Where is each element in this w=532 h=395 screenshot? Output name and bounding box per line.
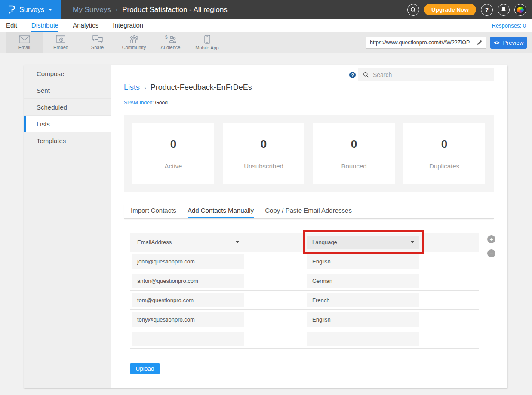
- breadcrumb: My Surveys › Product Satisfaction - All …: [73, 0, 228, 19]
- mobile-app-icon: [204, 35, 210, 44]
- stat-label: Duplicates: [429, 162, 459, 170]
- language-input[interactable]: [307, 312, 419, 327]
- sidebar-item-lists[interactable]: Lists: [24, 116, 111, 132]
- manual-contacts-table: EmailAddress Language: [130, 233, 479, 349]
- sidebar-item-compose[interactable]: Compose: [24, 65, 111, 82]
- stat-value: 0: [441, 138, 447, 151]
- nav-analytics[interactable]: Analytics: [73, 19, 98, 32]
- stat-card-duplicates: 0 Duplicates: [403, 123, 485, 184]
- list-stats-panel: 0 Active 0 Unsubscribed 0 Bounced 0 Dupl…: [124, 115, 494, 192]
- edit-url-button[interactable]: [475, 40, 483, 46]
- list-name: Product-Feedback-EnFrDeEs: [151, 83, 252, 92]
- divider: [418, 156, 470, 156]
- chevron-down-icon: [48, 9, 52, 11]
- stat-value: 0: [351, 138, 357, 151]
- product-name: Surveys: [19, 6, 44, 14]
- list-search-box: [358, 68, 494, 81]
- tab-copy-paste-email-addresses[interactable]: Copy / Paste Email Addresses: [265, 204, 352, 218]
- sidebar-item-sent[interactable]: Sent: [24, 82, 111, 99]
- eye-icon: [493, 40, 500, 45]
- channel-mobile-app[interactable]: Mobile App: [189, 32, 225, 53]
- email-lists-card: Compose Sent Scheduled Lists Templates ?…: [24, 65, 507, 388]
- stat-card-unsubscribed: 0 Unsubscribed: [223, 123, 304, 184]
- user-avatar[interactable]: [514, 4, 526, 16]
- stat-card-active: 0 Active: [132, 123, 214, 184]
- product-switcher[interactable]: Surveys: [0, 0, 61, 19]
- help-button[interactable]: ?: [481, 4, 493, 16]
- sidebar-item-scheduled[interactable]: Scheduled: [24, 99, 111, 116]
- stat-value: 0: [170, 138, 176, 151]
- svg-text:$: $: [165, 35, 168, 40]
- divider: [238, 156, 289, 156]
- add-column-button[interactable]: +: [487, 235, 495, 243]
- search-button[interactable]: [407, 4, 419, 16]
- share-icon: [92, 35, 103, 43]
- contact-row: [130, 252, 479, 271]
- audience-icon: $: [165, 35, 176, 43]
- email-icon: [19, 35, 30, 43]
- nav-distribute[interactable]: Distribute: [31, 19, 58, 32]
- divider: [148, 156, 199, 156]
- contact-row: [130, 329, 479, 349]
- search-icon: [363, 72, 369, 78]
- preview-button[interactable]: Preview: [490, 37, 527, 49]
- distribute-toolbar: Email Embed Share Community $ Audience: [0, 32, 532, 53]
- email-sidebar: Compose Sent Scheduled Lists Templates: [24, 65, 111, 388]
- lists-main-panel: ? Lists › Product-Feedback-EnFrDeEs SPAM…: [111, 65, 507, 388]
- survey-url-input[interactable]: [370, 40, 475, 46]
- stat-label: Bounced: [341, 162, 366, 170]
- pencil-icon: [477, 40, 483, 46]
- tab-add-contacts-manually[interactable]: Add Contacts Manually: [188, 204, 254, 218]
- responses-count[interactable]: Responses: 0: [492, 22, 526, 29]
- header-actions: Upgrade Now ?: [407, 0, 526, 19]
- notifications-button[interactable]: [498, 4, 510, 16]
- embed-icon: [56, 35, 66, 43]
- tab-import-contacts[interactable]: Import Contacts: [131, 204, 176, 218]
- email-column-select[interactable]: EmailAddress: [132, 235, 244, 249]
- remove-column-button[interactable]: −: [487, 249, 495, 257]
- contact-row: [130, 310, 479, 329]
- chevron-down-icon: [411, 241, 414, 243]
- community-icon: [129, 35, 140, 43]
- upgrade-now-button[interactable]: Upgrade Now: [424, 4, 476, 15]
- stat-card-bounced: 0 Bounced: [313, 123, 395, 184]
- spam-index: SPAM Index: Good: [124, 100, 168, 106]
- survey-nav-items: Edit Distribute Analytics Integration: [0, 19, 532, 32]
- breadcrumb-my-surveys[interactable]: My Surveys: [73, 6, 111, 14]
- list-breadcrumb: Lists › Product-Feedback-EnFrDeEs: [124, 83, 252, 92]
- language-column-select[interactable]: Language: [307, 236, 419, 249]
- language-input[interactable]: [307, 293, 419, 307]
- breadcrumb-lists-link[interactable]: Lists: [124, 83, 140, 92]
- email-input[interactable]: [132, 254, 244, 269]
- stat-value: 0: [261, 138, 267, 151]
- channel-share[interactable]: Share: [79, 32, 116, 53]
- stat-label: Unsubscribed: [244, 162, 283, 170]
- survey-url-box: [366, 37, 486, 49]
- sidebar-item-templates[interactable]: Templates: [24, 132, 111, 149]
- language-input[interactable]: [307, 274, 419, 288]
- email-input[interactable]: [132, 312, 244, 327]
- top-header: Surveys My Surveys › Product Satisfactio…: [0, 0, 532, 19]
- email-input[interactable]: [132, 274, 244, 288]
- email-input[interactable]: [132, 332, 244, 346]
- divider: [328, 156, 380, 156]
- stat-label: Active: [165, 162, 182, 170]
- avatar-image: [517, 7, 524, 13]
- email-input[interactable]: [132, 293, 244, 307]
- nav-integration[interactable]: Integration: [113, 19, 143, 32]
- search-input[interactable]: [373, 71, 489, 78]
- search-icon: [410, 7, 416, 13]
- channel-embed[interactable]: Embed: [43, 32, 79, 53]
- search-help-icon[interactable]: ?: [349, 72, 356, 78]
- upload-button[interactable]: Upload: [130, 363, 160, 374]
- language-input[interactable]: [307, 332, 419, 346]
- language-input[interactable]: [307, 254, 419, 269]
- channel-community[interactable]: Community: [116, 32, 152, 53]
- channel-audience[interactable]: $ Audience: [152, 32, 189, 53]
- breadcrumb-separator: ›: [116, 6, 117, 13]
- contact-row: [130, 271, 479, 291]
- survey-nav-bar: Edit Distribute Analytics Integration Re…: [0, 19, 532, 32]
- channel-email[interactable]: Email: [6, 32, 43, 53]
- questionpro-logo-icon: [8, 5, 15, 15]
- nav-edit[interactable]: Edit: [6, 19, 17, 32]
